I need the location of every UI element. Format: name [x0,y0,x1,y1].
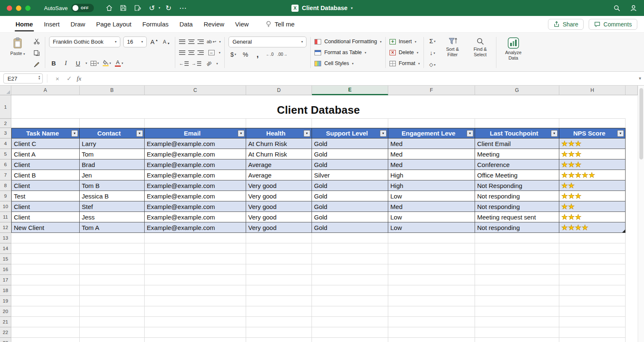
cell-D11[interactable]: Very good [246,212,312,222]
cell-D23[interactable] [246,338,312,342]
cell-G21[interactable] [475,317,559,327]
insert-function-icon[interactable]: fx [77,75,81,82]
cell-D14[interactable] [246,243,312,254]
cell-B9[interactable]: Jessica B [80,191,145,201]
increase-font-size-button[interactable]: A▲ [150,37,159,47]
cell-styles-button[interactable]: Cell Styles ▾ [314,58,382,69]
cell-H23[interactable] [559,338,626,342]
cell-H2[interactable] [559,119,626,128]
tab-view[interactable]: View [230,16,254,33]
increase-decimal-button[interactable]: ←.0 [265,50,274,60]
cell-F15[interactable] [388,254,475,264]
align-top-icon[interactable] [179,39,185,44]
cell-F8[interactable]: High [388,180,475,191]
row-header-5[interactable]: 5 [0,149,11,159]
cell-A17[interactable] [11,275,80,285]
row-header-1[interactable]: 1 [0,95,11,119]
cell-G23[interactable] [475,338,559,342]
font-color-button[interactable]: A ▾ [114,58,124,68]
cell-H21[interactable] [559,317,626,327]
undo-chevron-icon[interactable]: ▾ [158,6,160,10]
row-header-8[interactable]: 8 [0,180,11,191]
row-header-16[interactable]: 16 [0,264,11,275]
cell-G15[interactable] [475,254,559,264]
cell-B23[interactable] [80,338,145,342]
cell-G13[interactable] [475,233,559,243]
cell-A14[interactable] [11,243,80,254]
cell-E10[interactable]: Gold [312,201,388,212]
cell-B16[interactable] [80,264,145,275]
cell-H3[interactable]: NPS Score▾ [559,128,626,138]
find-select-button[interactable]: Find & Select [468,36,492,57]
tab-data[interactable]: Data [174,16,198,33]
cell-D17[interactable] [246,275,312,285]
cell-E3[interactable]: Support Level▾ [312,128,388,138]
autosum-button[interactable]: Σ▾ [428,36,437,46]
tab-page-layout[interactable]: Page Layout [91,16,137,33]
cell-F5[interactable]: Med [388,149,475,159]
cell-G14[interactable] [475,243,559,254]
row-header-15[interactable]: 15 [0,254,11,264]
cell-D9[interactable]: Very good [246,191,312,201]
cell-A7[interactable]: Client B [11,170,80,180]
fill-button[interactable]: ↓▾ [428,48,437,58]
cell-E2[interactable] [312,119,388,128]
row-header-11[interactable]: 11 [0,212,11,222]
cell-C7[interactable]: Example@example.com [145,170,246,180]
comma-format-button[interactable]: , [253,50,262,60]
cell-B15[interactable] [80,254,145,264]
cell-F9[interactable]: Low [388,191,475,201]
cell-G20[interactable] [475,306,559,317]
comments-button[interactable]: Comments [589,19,637,30]
cell-A23[interactable] [11,338,80,342]
decrease-indent-button[interactable]: ← [179,58,189,68]
sort-filter-button[interactable]: Sort & Filter [440,36,465,57]
decrease-decimal-button[interactable]: .00→ [277,50,287,60]
cell-A10[interactable]: Client [11,201,80,212]
cell-E14[interactable] [312,243,388,254]
row-header-3[interactable]: 3 [0,128,11,138]
account-icon[interactable] [630,5,637,12]
column-header-H[interactable]: H [559,86,626,95]
cell-C16[interactable] [145,264,246,275]
tell-me-button[interactable]: Tell me [266,21,295,28]
cell-E8[interactable]: Gold [312,180,388,191]
cell-C17[interactable] [145,275,246,285]
share-button[interactable]: Share [548,19,584,30]
cell-D16[interactable] [246,264,312,275]
percent-format-button[interactable]: % [241,50,250,60]
cell-G18[interactable] [475,285,559,296]
cell-E12[interactable]: Gold [312,222,388,233]
cell-A11[interactable]: Client [11,212,80,222]
cell-B14[interactable] [80,243,145,254]
cell-D13[interactable] [246,233,312,243]
cell-A12[interactable]: New Client [11,222,80,233]
cell-C20[interactable] [145,306,246,317]
zoom-window-button[interactable] [25,5,31,11]
clear-button[interactable]: ◇▾ [428,60,437,70]
save-as-icon[interactable] [132,3,143,13]
cell-F2[interactable] [388,119,475,128]
cell-G12[interactable]: Not responding [475,222,559,233]
cell-C8[interactable]: Example@example.com [145,180,246,191]
cell-B5[interactable]: Tom [80,149,145,159]
cut-button[interactable] [32,36,41,46]
cell-B20[interactable] [80,306,145,317]
cell-F19[interactable] [388,296,475,306]
cell-G6[interactable]: Conference [475,159,559,170]
cell-D22[interactable] [246,327,312,338]
cell-F7[interactable]: High [388,170,475,180]
row-header-14[interactable]: 14 [0,243,11,254]
cell-C10[interactable]: Example@example.com [145,201,246,212]
minimize-window-button[interactable] [16,5,21,11]
save-icon[interactable] [117,3,129,13]
cell-E16[interactable] [312,264,388,275]
cell-C3[interactable]: Email▾ [145,128,246,138]
cell-D20[interactable] [246,306,312,317]
row-header-22[interactable]: 22 [0,327,11,338]
cell-F10[interactable]: Med [388,201,475,212]
cell-C18[interactable] [145,285,246,296]
cell-G3[interactable]: Last Touchpoint▾ [475,128,559,138]
cell-A6[interactable]: Client [11,159,80,170]
cell-G7[interactable]: Office Meeting [475,170,559,180]
